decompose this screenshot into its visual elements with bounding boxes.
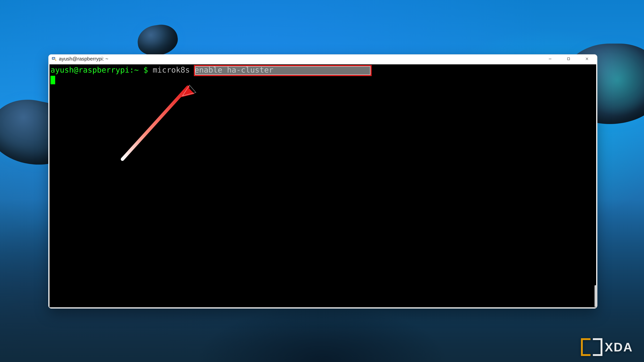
prompt-symbol: $ bbox=[144, 65, 148, 74]
vertical-scrollbar[interactable] bbox=[594, 65, 597, 307]
terminal[interactable]: ayush@raspberrypi:~ $ microk8s enable ha… bbox=[50, 64, 596, 307]
svg-rect-1 bbox=[52, 58, 54, 59]
terminal-pane: ayush@raspberrypi:~ $ microk8s enable ha… bbox=[48, 63, 597, 308]
terminal-window: ayush@raspberrypi: ~ ayush@raspberrypi:~… bbox=[48, 54, 598, 309]
bracket-close-icon bbox=[593, 338, 602, 356]
command-text: microk8s enable ha-cluster bbox=[152, 65, 273, 74]
window-title: ayush@raspberrypi: ~ bbox=[59, 56, 108, 62]
putty-icon bbox=[52, 56, 56, 61]
prompt-user: ayush bbox=[50, 65, 74, 74]
window-titlebar[interactable]: ayush@raspberrypi: ~ bbox=[48, 54, 597, 63]
bracket-open-icon bbox=[581, 338, 590, 356]
xda-logo: XDA bbox=[581, 338, 633, 356]
prompt-sep: : bbox=[130, 65, 134, 74]
wallpaper-rock bbox=[136, 22, 180, 58]
prompt-host: raspberrypi bbox=[78, 65, 130, 74]
prompt-at: @ bbox=[74, 65, 78, 74]
prompt-line: ayush@raspberrypi:~ $ microk8s enable ha… bbox=[50, 65, 595, 75]
maximize-button[interactable] bbox=[559, 54, 578, 63]
terminal-cursor-icon bbox=[50, 76, 55, 84]
xda-logo-text: XDA bbox=[605, 340, 633, 354]
close-button[interactable] bbox=[578, 54, 596, 63]
scrollbar-thumb[interactable] bbox=[594, 285, 597, 307]
svg-rect-4 bbox=[568, 58, 570, 60]
minimize-button[interactable] bbox=[541, 54, 559, 63]
prompt-path: ~ bbox=[134, 65, 139, 74]
cursor-line bbox=[50, 75, 595, 85]
svg-point-2 bbox=[55, 60, 56, 61]
